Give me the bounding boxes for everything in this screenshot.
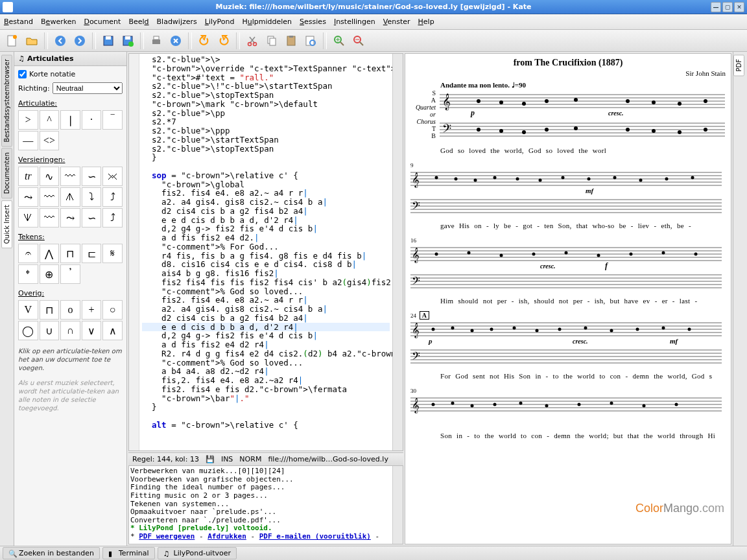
orn3-symbol[interactable]: ⩚ (60, 187, 80, 207)
menu-hulpmiddelen[interactable]: Hulpmiddelen (242, 18, 292, 26)
prall-symbol[interactable]: ∿ (40, 167, 60, 186)
breathe-symbol[interactable]: 𝄒 (60, 264, 80, 284)
close-button[interactable]: ✕ (734, 2, 744, 12)
staccato-symbol[interactable]: · (82, 110, 102, 130)
accent-symbol[interactable]: > (18, 110, 38, 130)
tab-filesystem[interactable]: Bestandssysteembrowser (1, 54, 12, 146)
longfermata-symbol[interactable]: ⊓ (60, 244, 80, 263)
richting-select[interactable]: Neutraal (53, 82, 123, 94)
tab-documents[interactable]: Documenten (1, 148, 12, 198)
pdf-preview[interactable]: from The Crucifixion (1887) Sir John Sta… (405, 53, 731, 544)
orn9-symbol[interactable]: ∽ (82, 208, 102, 228)
menu-lilypond[interactable]: LilyPond (205, 18, 235, 26)
editor-scrollbar[interactable] (392, 54, 403, 450)
svg-text:cresc.: cresc. (540, 262, 556, 270)
log-scrollbar[interactable] (392, 466, 403, 544)
rtoe-symbol[interactable]: ∧ (102, 321, 123, 340)
mordent-symbol[interactable]: 〰 (60, 167, 80, 186)
menu-beeld[interactable]: Beeld (128, 18, 148, 26)
menu-venster[interactable]: Venster (383, 18, 410, 26)
overig-title: Overig: (18, 289, 123, 298)
upbow-symbol[interactable]: V (18, 300, 38, 320)
varcoda-symbol[interactable]: ⊕ (40, 264, 60, 284)
undo-button[interactable] (196, 32, 213, 49)
tab-terminal[interactable]: ▮Terminal (102, 547, 155, 559)
svg-text:𝄞: 𝄞 (412, 398, 420, 414)
menu-document[interactable]: Document (84, 18, 121, 26)
svg-point-144 (519, 402, 523, 405)
orn5-symbol[interactable]: ⤴ (102, 187, 123, 207)
svg-point-53 (626, 128, 630, 132)
menu-instellingen[interactable]: Instellingen (334, 18, 375, 26)
find-button[interactable] (302, 32, 319, 49)
fold-gutter[interactable] (129, 54, 139, 450)
ltoe-symbol[interactable]: ∨ (82, 321, 102, 340)
trill-symbol[interactable]: tr (18, 167, 38, 186)
zoom-in-button[interactable] (331, 32, 348, 49)
coda-symbol[interactable]: 𝄌 (18, 264, 38, 284)
tab-lilypond-uitvoer[interactable]: ♫LilyPond-uitvoer (158, 547, 237, 559)
shortfermata-symbol[interactable]: ⋀ (40, 244, 60, 263)
cut-button[interactable] (244, 32, 261, 49)
svg-point-54 (652, 129, 656, 133)
save-button[interactable] (100, 32, 117, 49)
system-1: S A Quartet or Chorus T B 𝄞 𝄢 (410, 89, 726, 157)
zoom-out-button[interactable] (350, 32, 367, 49)
maximize-button[interactable]: ▢ (722, 2, 733, 12)
minimize-button[interactable]: — (711, 2, 721, 12)
tab-pdf[interactable]: PDF (733, 54, 744, 76)
verylong-symbol[interactable]: ⊏ (82, 244, 102, 263)
korte-notatie-checkbox[interactable] (18, 70, 27, 78)
rheel-symbol[interactable]: ∩ (60, 321, 80, 340)
orn7-symbol[interactable]: 〰 (40, 208, 60, 228)
articulatie-grid: > ^ ❘ · ‾ — <> (18, 110, 123, 150)
svg-rect-10 (154, 36, 159, 40)
stopped-symbol[interactable]: + (82, 300, 102, 320)
forward-button[interactable] (71, 32, 88, 49)
svg-point-149 (675, 403, 678, 406)
espressivo-symbol[interactable]: <> (40, 131, 60, 150)
menu-bestand[interactable]: Bestand (4, 18, 33, 26)
svg-point-8 (128, 41, 134, 47)
print-button[interactable] (148, 32, 165, 49)
orn4-symbol[interactable]: ⤵ (82, 187, 102, 207)
orn10-symbol[interactable]: ⤴ (102, 208, 123, 228)
turn-symbol[interactable]: ∽ (82, 167, 102, 186)
orn8-symbol[interactable]: ⤳ (60, 208, 80, 228)
menu-bewerken[interactable]: Bewerken (41, 18, 76, 26)
flageolet-symbol[interactable]: ○ (102, 300, 123, 320)
stop-button[interactable] (167, 32, 184, 49)
portato-symbol[interactable]: ‾ (102, 110, 123, 130)
menu-sessies[interactable]: Sessies (300, 18, 326, 26)
orn6-symbol[interactable]: ⩛ (18, 208, 38, 228)
marcato-symbol[interactable]: ^ (40, 110, 60, 130)
menu-help[interactable]: Help (418, 18, 434, 26)
fermata-symbol[interactable]: 𝄐 (18, 244, 38, 263)
orn2-symbol[interactable]: 〰︎ (40, 187, 60, 207)
lheel-symbol[interactable]: ∪ (40, 321, 60, 340)
menu-bladwijzers[interactable]: Bladwijzers (157, 18, 197, 26)
svg-point-1 (13, 35, 17, 39)
redo-button[interactable] (215, 32, 232, 49)
paste-button[interactable] (283, 32, 300, 49)
tab-zoeken[interactable]: 🔍Zoeken in bestanden (3, 547, 100, 559)
copy-button[interactable] (263, 32, 280, 49)
code-editor[interactable]: s2."c-blue">\> "c-brown">\override "c-te… (139, 54, 392, 450)
system-2: 9 𝄞 𝄢 mf gave His on - ly be - got - ten… (410, 161, 726, 232)
save-as-button[interactable] (119, 32, 136, 49)
segno-symbol[interactable]: 𝄋 (102, 244, 123, 263)
back-button[interactable] (52, 32, 69, 49)
staff-4: 𝄞 𝄢 p cresc. mf (410, 319, 722, 371)
downbow-symbol[interactable]: ⊓ (40, 300, 60, 320)
staccatissimo-symbol[interactable]: ❘ (60, 110, 80, 130)
prallprall-symbol[interactable]: ⩙ (102, 167, 123, 186)
tenuto-symbol[interactable]: — (18, 131, 38, 150)
new-button[interactable] (4, 32, 21, 49)
log-pane[interactable]: Verbewerken van muziek...[0][10][24]Voor… (128, 465, 403, 544)
tab-quick-insert[interactable]: Quick Insert (1, 200, 12, 248)
open-button[interactable] (23, 32, 40, 49)
open-symbol[interactable]: o (60, 300, 80, 320)
thumb-symbol[interactable]: ◯ (18, 321, 38, 340)
orn1-symbol[interactable]: ⤳ (18, 187, 38, 207)
system-4: 24 A 𝄞 𝄢 p cresc. mf For God sent not Hi… (410, 311, 726, 382)
